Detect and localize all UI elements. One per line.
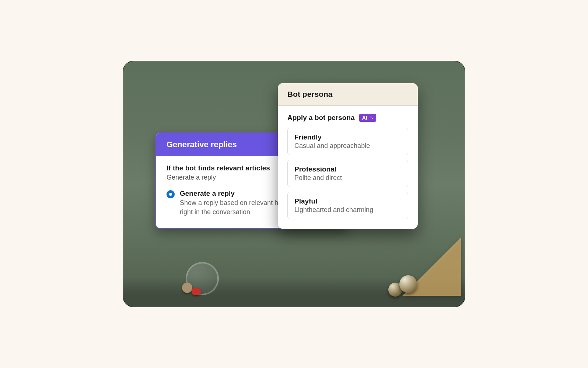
persona-title: Professional [294, 165, 401, 173]
sphere-prop-2 [399, 275, 417, 293]
persona-title: Friendly [294, 133, 401, 141]
sparkle-icon [369, 116, 373, 120]
bot-persona-body: Apply a bot persona AI Friendly Casual a… [278, 106, 418, 229]
burr-prop [182, 283, 192, 293]
persona-option-friendly[interactable]: Friendly Casual and approachable [287, 128, 408, 155]
apply-row: Apply a bot persona AI [287, 114, 408, 122]
persona-option-playful[interactable]: Playful Lighthearted and charming [287, 192, 408, 219]
composite-scene: Generative replies If the bot finds rele… [123, 61, 465, 307]
bot-persona-header: Bot persona [278, 83, 418, 106]
bot-persona-card: Bot persona Apply a bot persona AI Frien… [278, 83, 418, 229]
red-prop [192, 288, 201, 295]
apply-label: Apply a bot persona [287, 114, 355, 122]
ai-badge: AI [359, 114, 376, 122]
persona-option-professional[interactable]: Professional Polite and direct [287, 160, 408, 187]
radio-selected-icon [167, 190, 175, 198]
persona-title: Playful [294, 197, 401, 205]
ai-badge-text: AI [362, 115, 367, 121]
persona-desc: Polite and direct [294, 174, 401, 182]
persona-desc: Casual and approachable [294, 142, 401, 150]
persona-desc: Lighthearted and charming [294, 206, 401, 214]
